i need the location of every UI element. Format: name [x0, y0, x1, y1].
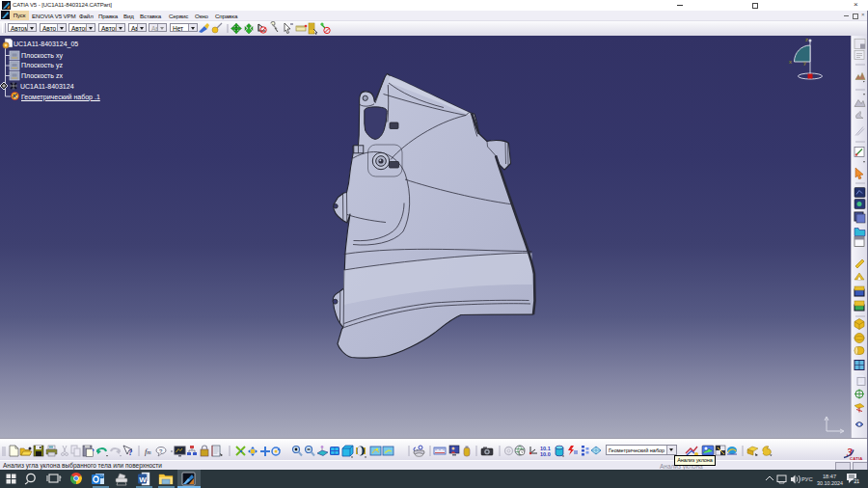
svg-text:10.0: 10.0: [540, 451, 551, 457]
svg-text:z: z: [805, 37, 808, 42]
svg-text:21: 21: [854, 478, 860, 484]
svg-text:РУС: РУС: [801, 476, 813, 482]
svg-text:fm: fm: [145, 447, 151, 456]
svg-text:W: W: [139, 475, 147, 484]
svg-text:y: y: [803, 60, 806, 66]
svg-text:?: ?: [128, 447, 133, 457]
svg-text:18:47: 18:47: [823, 474, 836, 479]
svg-text:30.10.2024: 30.10.2024: [817, 480, 843, 486]
svg-text:x: x: [789, 59, 792, 65]
